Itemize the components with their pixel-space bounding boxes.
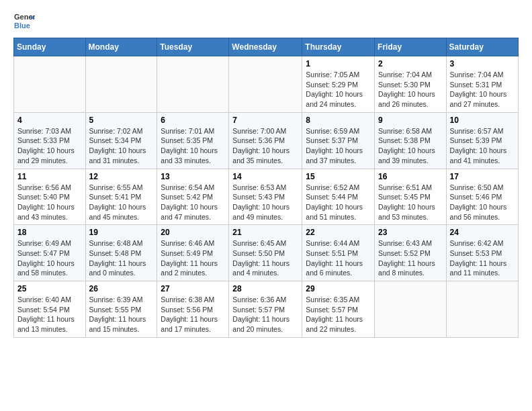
day-info: Sunrise: 7:03 AMSunset: 5:33 PMDaylight:…	[17, 126, 82, 166]
calendar-day: 25Sunrise: 6:40 AMSunset: 5:54 PMDayligh…	[14, 281, 86, 338]
day-info: Sunrise: 6:57 AMSunset: 5:39 PMDaylight:…	[450, 126, 515, 166]
day-info: Sunrise: 7:04 AMSunset: 5:30 PMDaylight:…	[378, 70, 443, 109]
calendar-day: 21Sunrise: 6:45 AMSunset: 5:50 PMDayligh…	[229, 225, 302, 281]
day-info: Sunrise: 6:51 AMSunset: 5:45 PMDaylight:…	[378, 183, 443, 222]
calendar-day: 20Sunrise: 6:46 AMSunset: 5:49 PMDayligh…	[157, 225, 229, 281]
day-info: Sunrise: 6:35 AMSunset: 5:57 PMDaylight:…	[306, 295, 371, 334]
calendar-day: 23Sunrise: 6:43 AMSunset: 5:52 PMDayligh…	[375, 225, 447, 281]
calendar-day	[446, 281, 518, 338]
calendar-day	[157, 56, 229, 113]
weekday-header-thursday: Thursday	[302, 38, 375, 56]
calendar-day: 19Sunrise: 6:48 AMSunset: 5:48 PMDayligh…	[85, 225, 157, 281]
calendar-day: 1Sunrise: 7:05 AMSunset: 5:29 PMDaylight…	[302, 56, 375, 113]
weekday-header-wednesday: Wednesday	[229, 38, 302, 56]
day-info: Sunrise: 6:40 AMSunset: 5:54 PMDaylight:…	[17, 295, 82, 334]
day-number: 15	[306, 172, 371, 181]
calendar-day: 8Sunrise: 6:59 AMSunset: 5:37 PMDaylight…	[302, 112, 375, 169]
day-info: Sunrise: 6:42 AMSunset: 5:53 PMDaylight:…	[450, 238, 515, 278]
day-number: 5	[89, 116, 154, 125]
calendar-body: 1Sunrise: 7:05 AMSunset: 5:29 PMDaylight…	[14, 56, 519, 338]
calendar-day	[14, 56, 86, 113]
day-number: 21	[232, 228, 298, 237]
svg-text:Blue: Blue	[14, 21, 30, 30]
calendar-day: 9Sunrise: 6:58 AMSunset: 5:38 PMDaylight…	[375, 112, 447, 169]
calendar-day: 6Sunrise: 7:01 AMSunset: 5:35 PMDaylight…	[157, 112, 229, 169]
day-info: Sunrise: 6:36 AMSunset: 5:57 PMDaylight:…	[232, 295, 298, 334]
weekday-header-row: SundayMondayTuesdayWednesdayThursdayFrid…	[14, 38, 519, 56]
day-info: Sunrise: 7:04 AMSunset: 5:31 PMDaylight:…	[450, 70, 515, 109]
logo-svg-icon: General Blue	[13, 11, 35, 32]
calendar-week-5: 25Sunrise: 6:40 AMSunset: 5:54 PMDayligh…	[14, 281, 519, 338]
day-number: 12	[89, 172, 154, 181]
weekday-header-tuesday: Tuesday	[157, 38, 229, 56]
day-number: 29	[306, 284, 371, 293]
day-number: 1	[306, 59, 371, 68]
day-info: Sunrise: 7:05 AMSunset: 5:29 PMDaylight:…	[306, 70, 371, 109]
calendar-day: 17Sunrise: 6:50 AMSunset: 5:46 PMDayligh…	[446, 169, 518, 225]
day-number: 27	[161, 284, 225, 293]
calendar-day: 24Sunrise: 6:42 AMSunset: 5:53 PMDayligh…	[446, 225, 518, 281]
day-number: 8	[306, 116, 371, 125]
day-number: 6	[161, 116, 225, 125]
day-number: 25	[17, 284, 82, 293]
day-number: 24	[450, 228, 515, 237]
day-number: 16	[378, 172, 443, 181]
calendar-day: 28Sunrise: 6:36 AMSunset: 5:57 PMDayligh…	[229, 281, 302, 338]
weekday-header-monday: Monday	[85, 38, 157, 56]
calendar-day: 11Sunrise: 6:56 AMSunset: 5:40 PMDayligh…	[14, 169, 86, 225]
calendar-day: 10Sunrise: 6:57 AMSunset: 5:39 PMDayligh…	[446, 112, 518, 169]
day-number: 26	[89, 284, 154, 293]
day-number: 23	[378, 228, 443, 237]
day-info: Sunrise: 7:01 AMSunset: 5:35 PMDaylight:…	[161, 126, 225, 166]
day-info: Sunrise: 6:46 AMSunset: 5:49 PMDaylight:…	[161, 238, 225, 278]
calendar-week-1: 1Sunrise: 7:05 AMSunset: 5:29 PMDaylight…	[14, 56, 519, 113]
calendar-day: 13Sunrise: 6:54 AMSunset: 5:42 PMDayligh…	[157, 169, 229, 225]
day-info: Sunrise: 6:52 AMSunset: 5:44 PMDaylight:…	[306, 183, 371, 222]
calendar-day: 26Sunrise: 6:39 AMSunset: 5:55 PMDayligh…	[85, 281, 157, 338]
day-number: 7	[232, 116, 298, 125]
day-number: 14	[232, 172, 298, 181]
day-number: 18	[17, 228, 82, 237]
day-number: 17	[450, 172, 515, 181]
calendar-day: 3Sunrise: 7:04 AMSunset: 5:31 PMDaylight…	[446, 56, 518, 113]
day-info: Sunrise: 6:59 AMSunset: 5:37 PMDaylight:…	[306, 126, 371, 166]
day-number: 20	[161, 228, 225, 237]
day-info: Sunrise: 6:54 AMSunset: 5:42 PMDaylight:…	[161, 183, 225, 222]
calendar-day	[375, 281, 447, 338]
weekday-header-saturday: Saturday	[446, 38, 518, 56]
calendar-day: 14Sunrise: 6:53 AMSunset: 5:43 PMDayligh…	[229, 169, 302, 225]
day-info: Sunrise: 6:53 AMSunset: 5:43 PMDaylight:…	[232, 183, 298, 222]
day-info: Sunrise: 6:50 AMSunset: 5:46 PMDaylight:…	[450, 183, 515, 222]
weekday-header-friday: Friday	[375, 38, 447, 56]
calendar-day: 12Sunrise: 6:55 AMSunset: 5:41 PMDayligh…	[85, 169, 157, 225]
day-info: Sunrise: 7:00 AMSunset: 5:36 PMDaylight:…	[232, 126, 298, 166]
day-info: Sunrise: 6:55 AMSunset: 5:41 PMDaylight:…	[89, 183, 154, 222]
day-info: Sunrise: 6:56 AMSunset: 5:40 PMDaylight:…	[17, 183, 82, 222]
day-info: Sunrise: 6:43 AMSunset: 5:52 PMDaylight:…	[378, 238, 443, 278]
calendar-header: SundayMondayTuesdayWednesdayThursdayFrid…	[14, 38, 519, 56]
logo: General Blue	[13, 11, 35, 32]
calendar-day: 18Sunrise: 6:49 AMSunset: 5:47 PMDayligh…	[14, 225, 86, 281]
day-number: 10	[450, 116, 515, 125]
day-info: Sunrise: 6:44 AMSunset: 5:51 PMDaylight:…	[306, 238, 371, 278]
day-number: 11	[17, 172, 82, 181]
calendar-day	[229, 56, 302, 113]
calendar-table: SundayMondayTuesdayWednesdayThursdayFrid…	[13, 38, 519, 338]
day-info: Sunrise: 6:49 AMSunset: 5:47 PMDaylight:…	[17, 238, 82, 278]
calendar-day: 7Sunrise: 7:00 AMSunset: 5:36 PMDaylight…	[229, 112, 302, 169]
calendar-week-3: 11Sunrise: 6:56 AMSunset: 5:40 PMDayligh…	[14, 169, 519, 225]
day-number: 22	[306, 228, 371, 237]
calendar-week-4: 18Sunrise: 6:49 AMSunset: 5:47 PMDayligh…	[14, 225, 519, 281]
calendar-day: 29Sunrise: 6:35 AMSunset: 5:57 PMDayligh…	[302, 281, 375, 338]
day-info: Sunrise: 6:58 AMSunset: 5:38 PMDaylight:…	[378, 126, 443, 166]
calendar-week-2: 4Sunrise: 7:03 AMSunset: 5:33 PMDaylight…	[14, 112, 519, 169]
day-info: Sunrise: 6:39 AMSunset: 5:55 PMDaylight:…	[89, 295, 154, 334]
weekday-header-sunday: Sunday	[14, 38, 86, 56]
day-number: 3	[450, 59, 515, 68]
calendar-day: 15Sunrise: 6:52 AMSunset: 5:44 PMDayligh…	[302, 169, 375, 225]
day-number: 4	[17, 116, 82, 125]
calendar-day	[85, 56, 157, 113]
day-number: 2	[378, 59, 443, 68]
day-number: 19	[89, 228, 154, 237]
day-number: 13	[161, 172, 225, 181]
